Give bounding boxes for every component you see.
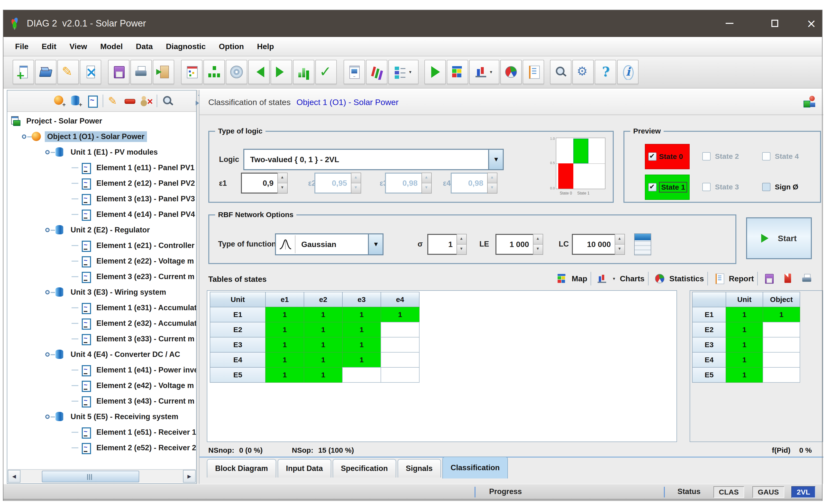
- le-value[interactable]: 1 000: [495, 234, 533, 255]
- state0-box[interactable]: State 0: [645, 144, 690, 169]
- toolbar-forward-button[interactable]: [270, 60, 292, 84]
- print-table-button[interactable]: [799, 271, 815, 286]
- function-select[interactable]: Gaussian: [275, 233, 384, 255]
- maximize-button[interactable]: [764, 13, 785, 33]
- spin-down-icon[interactable]: [457, 245, 466, 254]
- title-bar[interactable]: DIAG 2 v2.0.1 - Solar Power ×: [3, 10, 823, 37]
- toolbar-preview-report-button[interactable]: [344, 60, 365, 84]
- cell[interactable]: 1: [342, 322, 381, 337]
- minimize-button[interactable]: [719, 13, 740, 33]
- state1-checkbox[interactable]: [648, 183, 656, 191]
- toolbar-new-document-button[interactable]: [12, 60, 34, 84]
- toolbar-confirm-button[interactable]: [315, 60, 337, 84]
- expand-handle[interactable]: [45, 290, 50, 295]
- export-pdf-button[interactable]: [780, 271, 796, 286]
- cell[interactable]: 1: [265, 322, 304, 337]
- cell[interactable]: 1: [304, 307, 343, 323]
- toolbar-map-button[interactable]: [447, 60, 468, 84]
- spin-up-icon[interactable]: [278, 173, 287, 183]
- edit-node-icon[interactable]: [107, 94, 120, 107]
- spin-up-icon[interactable]: [457, 234, 466, 245]
- scroll-right-arrow[interactable]: ▶: [183, 470, 196, 483]
- cell[interactable]: 1: [726, 352, 763, 368]
- remove-node-icon[interactable]: [124, 94, 136, 107]
- combo-dropdown-icon[interactable]: [368, 234, 383, 254]
- toolbar-open-project-button[interactable]: [35, 60, 56, 84]
- state4-option[interactable]: State 4: [762, 152, 799, 161]
- menu-diagnostic[interactable]: Diagnostic: [166, 42, 206, 51]
- tree-item-element-e21[interactable]: Element 1 (e21) - Controller: [72, 238, 196, 253]
- cell[interactable]: [381, 322, 419, 337]
- tab-classification[interactable]: Classification: [442, 456, 508, 478]
- cell[interactable]: 1: [304, 322, 343, 337]
- tree-item-object1[interactable]: Object 1 (O1) - Solar Power: [22, 129, 196, 144]
- cell[interactable]: 1: [726, 337, 763, 353]
- start-button[interactable]: Start: [746, 217, 812, 259]
- cell[interactable]: 1: [304, 352, 343, 368]
- state0-checkbox[interactable]: [648, 152, 656, 161]
- tab-signals[interactable]: Signals: [398, 459, 441, 477]
- menu-view[interactable]: View: [70, 42, 87, 51]
- menu-model[interactable]: Model: [100, 42, 123, 51]
- cell[interactable]: 1: [265, 307, 304, 323]
- toolbar-save-button[interactable]: [108, 60, 129, 84]
- tree-item-element-e41[interactable]: Element 1 (e41) - Power inve: [72, 362, 196, 378]
- cell[interactable]: 1: [726, 322, 763, 337]
- toolbar-format-pencils-button[interactable]: [366, 60, 387, 84]
- epsilon1-value[interactable]: 0,9: [241, 173, 278, 194]
- tree-item-element-e12[interactable]: Element 2 (e12) - Panel PV2: [72, 175, 196, 191]
- epsilon1-spinner[interactable]: 0,9: [241, 173, 288, 194]
- lc-value[interactable]: 10 000: [572, 234, 615, 255]
- add-unit-icon[interactable]: [70, 94, 82, 107]
- spin-down-icon[interactable]: [615, 245, 624, 254]
- cell[interactable]: [763, 337, 800, 353]
- spin-up-icon[interactable]: [534, 234, 543, 245]
- cell[interactable]: 1: [726, 367, 763, 383]
- dropdown-arrow-icon[interactable]: [489, 65, 495, 79]
- cell[interactable]: [763, 367, 800, 383]
- state3-checkbox[interactable]: [702, 183, 710, 191]
- spin-down-icon[interactable]: [534, 245, 543, 254]
- toolbar-about-button[interactable]: [617, 60, 639, 84]
- cell[interactable]: [763, 322, 800, 337]
- toolbar-help-button[interactable]: [595, 60, 616, 84]
- le-spinner[interactable]: 1 000: [495, 234, 543, 255]
- toolbar-run-button[interactable]: [424, 60, 446, 84]
- menu-data[interactable]: Data: [136, 42, 153, 51]
- scrollbar-thumb[interactable]: [42, 471, 139, 482]
- dropdown-arrow-icon[interactable]: [408, 65, 414, 79]
- tree-search-icon[interactable]: [161, 94, 174, 107]
- cell[interactable]: [763, 352, 800, 368]
- save-table-button[interactable]: [761, 271, 777, 286]
- cell[interactable]: 1: [304, 337, 343, 353]
- cell[interactable]: 1: [342, 307, 381, 323]
- tree-item-unit2[interactable]: Unit 2 (E2) - Regulator: [45, 222, 196, 238]
- state4-checkbox[interactable]: [762, 152, 771, 161]
- toolbar-delete-button[interactable]: [80, 60, 101, 84]
- sigma-value[interactable]: 1: [427, 234, 457, 255]
- cell[interactable]: [342, 367, 381, 383]
- tree-item-element-e52[interactable]: Element 2 (e52) - Receiver 2: [72, 440, 196, 456]
- expand-handle[interactable]: [45, 150, 50, 155]
- cell[interactable]: 1: [342, 337, 381, 353]
- tree-item-element-e23[interactable]: Element 3 (e23) - Current m: [72, 269, 196, 284]
- cell[interactable]: [381, 352, 419, 368]
- tree-item-unit3[interactable]: Unit 3 (E3) - Wiring system: [45, 284, 196, 300]
- toolbar-export-button[interactable]: [153, 60, 174, 84]
- menu-file[interactable]: File: [15, 42, 28, 51]
- menu-edit[interactable]: Edit: [42, 42, 56, 51]
- cell[interactable]: 1: [763, 307, 800, 323]
- cell[interactable]: 1: [265, 352, 304, 368]
- tree-item-element-e51[interactable]: Element 1 (e51) - Receiver 1: [72, 424, 196, 440]
- sign-checkbox[interactable]: [762, 183, 771, 191]
- state1-box[interactable]: State 1: [645, 174, 690, 200]
- sign-option[interactable]: Sign Ø: [762, 183, 799, 191]
- toolbar-tree-structure-button[interactable]: [203, 60, 225, 84]
- lc-spinner[interactable]: 10 000: [572, 234, 625, 255]
- cell[interactable]: [381, 337, 419, 353]
- expand-handle[interactable]: [45, 415, 50, 419]
- toolbar-report-button[interactable]: [523, 60, 544, 84]
- state2-option[interactable]: State 2: [702, 152, 739, 161]
- cell[interactable]: 1: [342, 352, 381, 368]
- tree-item-element-e13[interactable]: Element 3 (e13) - Panel PV3: [72, 191, 196, 207]
